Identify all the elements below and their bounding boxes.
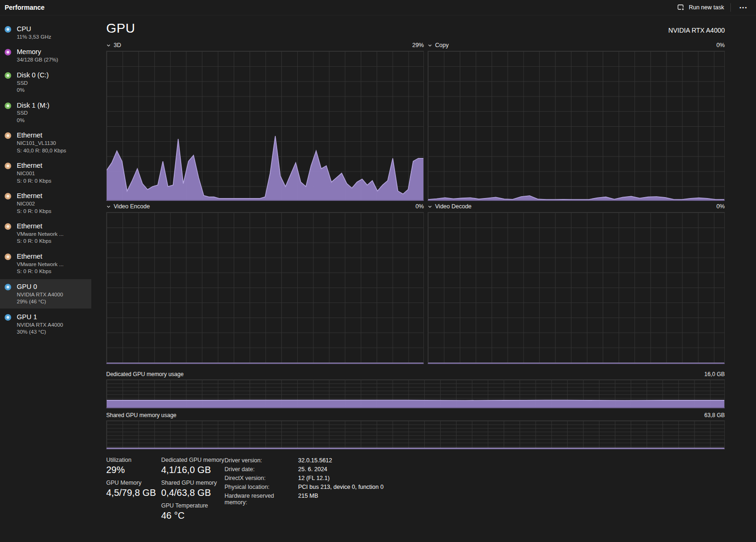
sidebar-item-ethernet-nic101[interactable]: Ethernet NIC101_VL1130 S: 40,0 R: 80,0 K… [0, 128, 91, 157]
sidebar-item-subtext: 34/128 GB (27%) [17, 56, 58, 64]
chart-header-video-encode: Video Encode 0% [106, 201, 424, 212]
sidebar-item-ethernet-vmware-1[interactable]: Ethernet VMware Network ... S: 0 R: 0 Kb… [0, 219, 91, 248]
more-options-button[interactable]: ••• [737, 5, 749, 10]
detail-value: 25. 6. 2024 [298, 466, 327, 473]
chart-video-decode [428, 212, 725, 364]
ethernet-usage-ring-icon [5, 254, 11, 260]
sidebar-item-cpu[interactable]: CPU 11% 3,53 GHz [0, 21, 91, 43]
detail-driver-version: Driver version: 32.0.15.5612 [225, 457, 383, 464]
stat-label: Dedicated GPU memory [161, 457, 225, 463]
sidebar-item-disk-0[interactable]: Disk 0 (C:) SSD 0% [0, 68, 91, 97]
detail-directx-version: DirectX version: 12 (FL 12.1) [225, 475, 383, 481]
sidebar-item-memory[interactable]: Memory 34/128 GB (27%) [0, 44, 91, 66]
run-new-task-label: Run new task [689, 4, 724, 11]
sidebar-item-label: Ethernet [17, 131, 66, 140]
sidebar-item-label: GPU 1 [17, 313, 63, 322]
stat-value: 4,1/16,0 GB [161, 465, 225, 475]
stat-value: 46 °C [161, 510, 225, 521]
sidebar-item-label: Memory [17, 48, 58, 56]
detail-label: Driver version: [225, 457, 298, 464]
gpu-detail-pane: GPU NVIDIA RTX A4000 3D 29% Copy 0% [91, 15, 756, 542]
chevron-down-icon[interactable] [428, 205, 432, 209]
run-new-task-button[interactable]: Run new task [677, 4, 724, 11]
chart-current-value: 0% [415, 203, 424, 210]
new-task-window-plus-icon [677, 4, 685, 11]
memory-usage-ring-icon [5, 49, 11, 55]
sidebar-item-subtext: S: 0 R: 0 Kbps [17, 268, 63, 275]
gpu-device-name: NVIDIA RTX A4000 [668, 27, 725, 36]
chart-title: Shared GPU memory usage [106, 412, 177, 419]
top-bar: Performance Run new task ••• [0, 0, 756, 15]
window-title: Performance [5, 4, 45, 11]
chart-current-value: 29% [412, 42, 424, 48]
detail-value: 12 (FL 12.1) [298, 475, 330, 481]
sidebar-item-subtext: S: 0 R: 0 Kbps [17, 208, 51, 215]
page-title: GPU [106, 21, 135, 36]
chart-title: Video Encode [114, 203, 150, 210]
sidebar-item-ethernet-vmware-2[interactable]: Ethernet VMware Network ... S: 0 R: 0 Kb… [0, 249, 91, 278]
sidebar-item-subtext: SSD [17, 110, 49, 117]
sidebar-item-subtext: 0% [17, 117, 49, 124]
sidebar-item-label: Ethernet [17, 161, 51, 170]
stat-label: Shared GPU memory [161, 480, 225, 486]
sidebar-item-subtext: VMware Network ... [17, 231, 63, 238]
topbar-divider [730, 3, 731, 12]
chart-current-value: 0% [716, 203, 725, 210]
stat-gpu-temperature: GPU Temperature 46 °C [161, 502, 225, 521]
topbar-actions: Run new task ••• [677, 3, 749, 12]
sidebar-item-subtext: S: 0 R: 0 Kbps [17, 238, 63, 245]
stat-label: GPU Temperature [161, 502, 225, 509]
detail-value: 215 MB [298, 493, 318, 506]
sidebar-item-ethernet-nic002[interactable]: Ethernet NIC002 S: 0 R: 0 Kbps [0, 188, 91, 218]
ethernet-usage-ring-icon [5, 132, 11, 139]
gpu-usage-ring-icon [5, 314, 11, 321]
sidebar-item-subtext: NIC101_VL1130 [17, 140, 66, 147]
sidebar-item-subtext: NIC002 [17, 200, 51, 208]
stat-utilization: Utilization 29% [106, 457, 161, 475]
sidebar-item-subtext: S: 0 R: 0 Kbps [17, 178, 51, 185]
detail-label: DirectX version: [225, 475, 298, 481]
chart-title: 3D [114, 42, 121, 48]
chart-title: Video Decode [435, 203, 471, 210]
sidebar-item-gpu-1[interactable]: GPU 1 NVIDIA RTX A4000 30% (43 °C) [0, 309, 91, 339]
sidebar-item-ethernet-nic001[interactable]: Ethernet NIC001 S: 0 R: 0 Kbps [0, 158, 91, 187]
chart-dedicated-gpu-memory [106, 379, 725, 408]
sidebar-item-subtext: VMware Network ... [17, 261, 63, 268]
sidebar-item-gpu-0[interactable]: GPU 0 NVIDIA RTX A4000 29% (46 °C) [0, 279, 91, 309]
detail-label: Hardware reserved memory: [225, 493, 298, 506]
sidebar-item-subtext: NIC001 [17, 170, 51, 178]
sidebar-item-label: Ethernet [17, 192, 51, 200]
chart-3d-utilization [106, 51, 424, 201]
ethernet-usage-ring-icon [5, 193, 11, 199]
detail-value: PCI bus 213, device 0, function 0 [298, 484, 383, 490]
sidebar-item-disk-1[interactable]: Disk 1 (M:) SSD 0% [0, 98, 91, 127]
gpu-stats: Utilization 29% GPU Memory 4,5/79,8 GB D… [106, 457, 725, 525]
performance-sidebar: CPU 11% 3,53 GHz Memory 34/128 GB (27%) … [0, 15, 91, 542]
stat-gpu-memory: GPU Memory 4,5/79,8 GB [106, 480, 161, 498]
chevron-down-icon[interactable] [428, 43, 432, 48]
chart-header-video-decode: Video Decode 0% [428, 201, 725, 212]
chart-shared-gpu-memory [106, 420, 725, 449]
chart-header-3d: 3D 29% [106, 40, 424, 51]
sidebar-item-label: Disk 1 (M:) [17, 101, 49, 110]
chart-copy-utilization [428, 51, 725, 201]
sidebar-item-subtext: 29% (46 °C) [17, 298, 63, 306]
sidebar-item-subtext: S: 40,0 R: 80,0 Kbps [17, 147, 66, 155]
sidebar-item-subtext: 11% 3,53 GHz [17, 34, 51, 41]
stat-value: 0,4/63,8 GB [161, 487, 225, 498]
chart-title: Dedicated GPU memory usage [106, 371, 184, 377]
stat-label: GPU Memory [106, 480, 161, 486]
detail-physical-location: Physical location: PCI bus 213, device 0… [225, 484, 383, 490]
sidebar-item-label: GPU 0 [17, 282, 63, 291]
detail-hardware-reserved-memory: Hardware reserved memory: 215 MB [225, 493, 383, 506]
sidebar-item-label: Disk 0 (C:) [17, 71, 48, 80]
sidebar-item-subtext: NVIDIA RTX A4000 [17, 322, 63, 329]
chevron-down-icon[interactable] [106, 205, 111, 209]
detail-label: Driver date: [225, 466, 298, 473]
chart-title: Copy [435, 42, 449, 48]
stat-value: 29% [106, 465, 161, 475]
ethernet-usage-ring-icon [5, 163, 11, 169]
gpu-usage-ring-icon [5, 284, 11, 290]
chevron-down-icon[interactable] [106, 43, 111, 48]
chart-header-copy: Copy 0% [428, 40, 725, 51]
